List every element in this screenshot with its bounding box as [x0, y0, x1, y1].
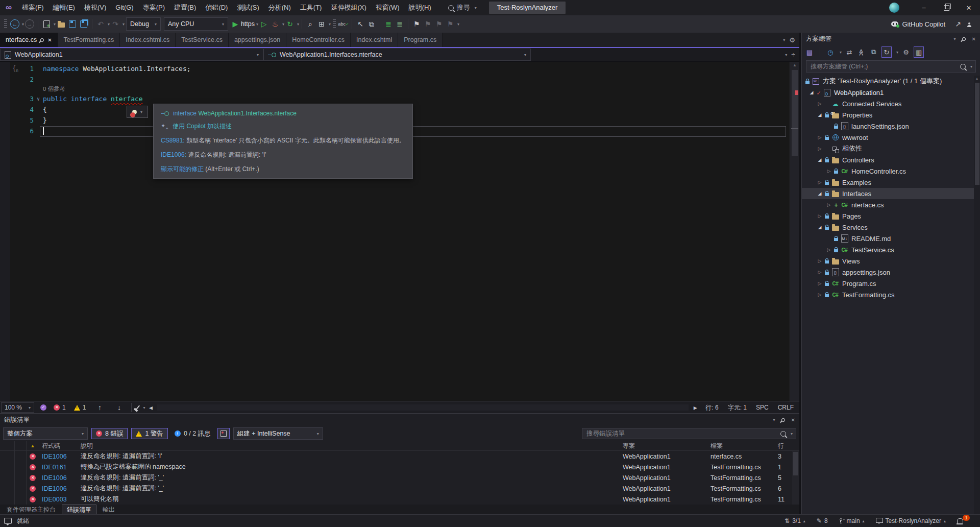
chevron-down-icon[interactable]: [122, 22, 125, 27]
column-description[interactable]: 說明: [79, 442, 623, 450]
interface-name-token[interactable]: nterface: [111, 95, 143, 103]
next-issue-icon[interactable]: [109, 401, 129, 414]
pin-icon[interactable]: [40, 37, 45, 42]
column-indicator[interactable]: 字元: 1: [723, 403, 751, 412]
pin-icon[interactable]: [961, 36, 966, 41]
warning-count-button[interactable]: 1: [70, 404, 90, 411]
menu-window[interactable]: 視窗(W): [371, 0, 404, 15]
error-code-link[interactable]: IDE1006: [39, 485, 79, 492]
solution-search-input[interactable]: [810, 62, 957, 70]
share-icon[interactable]: [952, 18, 964, 30]
comment-icon[interactable]: [383, 18, 394, 30]
menu-view[interactable]: 檢視(V): [80, 0, 111, 15]
tree-item-properties[interactable]: Properties: [802, 109, 980, 121]
collapse-icon[interactable]: [825, 202, 832, 207]
select-pointer-icon[interactable]: [355, 18, 366, 30]
menu-test[interactable]: 測試(S): [232, 0, 263, 15]
scroll-right-icon[interactable]: [690, 401, 701, 414]
tree-item-examples[interactable]: Examples: [802, 177, 980, 188]
menu-analyze[interactable]: 分析(N): [264, 0, 296, 15]
collapse-icon[interactable]: [816, 146, 823, 151]
error-code-link[interactable]: IDE0161: [39, 464, 79, 471]
close-icon[interactable]: [47, 36, 52, 43]
line-indicator[interactable]: 行: 6: [701, 403, 723, 412]
breadcrumb-symbol-dropdown[interactable]: WebApplication1.Interfaces.nterface: [263, 49, 531, 61]
previous-issue-icon[interactable]: [90, 401, 109, 414]
menu-build[interactable]: 建置(B): [169, 0, 201, 15]
column-severity[interactable]: ▲: [27, 441, 39, 450]
show-fixes-link[interactable]: 顯示可能的修正: [161, 165, 204, 173]
navigate-forward-button[interactable]: [24, 18, 35, 30]
error-list-search[interactable]: [582, 428, 796, 439]
tree-item-nterface-cs[interactable]: nterface.cs: [802, 199, 980, 210]
undo-button[interactable]: [95, 18, 106, 30]
tab-package-manager-console[interactable]: 套件管理器主控台: [2, 505, 60, 515]
code-line-3[interactable]: 3 ∨ public interface nterface: [0, 93, 790, 104]
code-editor[interactable]: 1 namespace WebApplication1.Interfaces; …: [0, 62, 799, 401]
column-code[interactable]: 程式碼: [39, 442, 79, 450]
editor-vertical-scrollbar[interactable]: ▲: [790, 62, 799, 401]
error-list-search-input[interactable]: [585, 429, 777, 438]
warnings-filter-toggle[interactable]: 1 警告: [131, 428, 167, 439]
messages-filter-toggle[interactable]: 0 / 2 訊息: [172, 429, 214, 438]
run-profile-label[interactable]: https: [241, 20, 255, 28]
bookmark-icon[interactable]: [411, 18, 422, 30]
restart-icon[interactable]: [284, 18, 296, 30]
error-row[interactable]: IDE1006 違反命名規則: 遺漏前置詞: 'I' WebApplicatio…: [0, 451, 799, 462]
column-file[interactable]: 檔案: [710, 442, 778, 450]
tree-item-webapplication1[interactable]: WebApplication1: [802, 87, 980, 98]
column-blank[interactable]: [15, 441, 27, 450]
redo-button[interactable]: [110, 18, 121, 30]
start-debugging-icon[interactable]: [230, 18, 241, 30]
scrollbar-thumb[interactable]: [792, 70, 798, 156]
tab-index-cshtml[interactable]: Index.cshtml: [351, 33, 398, 47]
tree-item-pages[interactable]: Pages: [802, 210, 980, 222]
tab-nterface-cs[interactable]: nterface.cs: [0, 33, 58, 47]
menu-git[interactable]: Git(G): [111, 0, 138, 15]
diagnostic-code-link[interactable]: CS8981:: [161, 137, 185, 144]
scrollbar-thumb[interactable]: [793, 452, 798, 475]
tree-item-wwwroot[interactable]: wwwroot: [802, 132, 980, 143]
save-all-button[interactable]: [78, 18, 89, 30]
start-without-debugging-icon[interactable]: [258, 18, 270, 30]
chevron-down-icon[interactable]: [896, 50, 898, 55]
global-search-button[interactable]: 搜尋: [443, 2, 482, 13]
menu-tools[interactable]: 工具(T): [296, 0, 327, 15]
feedback-icon[interactable]: [4, 518, 12, 524]
error-row[interactable]: IDE1006 違反命名規則: 遺漏前置詞: '_' WebApplicatio…: [0, 483, 799, 494]
copy-path-icon[interactable]: [869, 47, 878, 57]
tree-item-program-cs[interactable]: Program.cs: [802, 278, 980, 289]
code-line-1[interactable]: 1 namespace WebApplication1.Interfaces;: [0, 63, 790, 74]
properties-icon[interactable]: [901, 47, 911, 57]
error-count-button[interactable]: 1: [50, 404, 70, 411]
tree-item-services[interactable]: Services: [802, 222, 980, 233]
notifications-button[interactable]: 1: [952, 515, 980, 527]
error-code-link[interactable]: IDE0003: [39, 496, 79, 503]
toolbar-grip[interactable]: [333, 19, 336, 29]
tree-item-readme-md[interactable]: README.md: [802, 233, 980, 244]
tree-item-appsettings-json[interactable]: appsettings.json: [802, 267, 980, 278]
pin-icon[interactable]: [780, 417, 786, 422]
error-row[interactable]: IDE0161 轉換為已設定檔案範圍的 namespace WebApplica…: [0, 462, 799, 472]
split-editor-icon[interactable]: [791, 51, 795, 59]
tab-index-cshtml-cs[interactable]: Index.cshtml.cs: [120, 33, 176, 47]
breadcrumb-dropdown-icon[interactable]: [785, 53, 787, 57]
close-icon[interactable]: [791, 416, 795, 423]
tab-homecontroller-cs[interactable]: HomeController.cs: [286, 33, 351, 47]
menu-edit[interactable]: 編輯(E): [48, 0, 80, 15]
error-row[interactable]: IDE1006 違反命名規則: 遺漏前置詞: '_' WebApplicatio…: [0, 472, 799, 483]
minimize-button[interactable]: [913, 0, 935, 15]
menu-file[interactable]: 檔案(F): [17, 0, 48, 15]
close-icon[interactable]: [972, 35, 976, 42]
column-project[interactable]: 專案: [623, 442, 710, 450]
restore-button[interactable]: [935, 0, 958, 15]
breadcrumb-project-dropdown[interactable]: WebApplication1: [0, 49, 263, 61]
panel-dropdown-icon[interactable]: [954, 37, 956, 41]
git-sync-button[interactable]: 3/1: [780, 515, 810, 527]
tree-item-testformatting-cs[interactable]: TestFormatting.cs: [802, 289, 980, 300]
copilot-describe-action[interactable]: 使用 Copilot 加以描述: [161, 122, 405, 131]
new-item-button[interactable]: [41, 18, 52, 30]
menu-debug[interactable]: 偵錯(D): [201, 0, 232, 15]
error-code-link[interactable]: IDE1006: [39, 474, 79, 482]
panel-dropdown-icon[interactable]: [773, 418, 775, 422]
